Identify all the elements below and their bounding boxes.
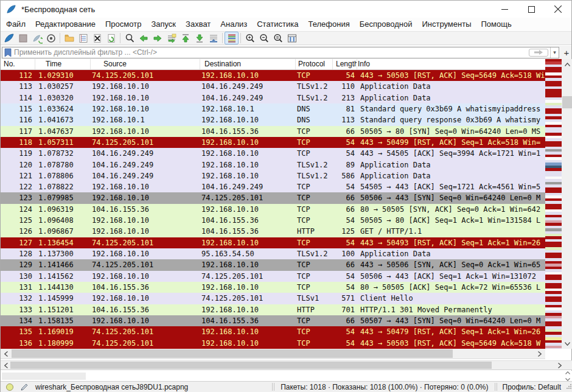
menu-item[interactable]: Статистика [252,18,303,31]
packet-row[interactable]: 112 1.029310 74.125.205.101 192.168.10.1… [1,70,545,81]
packet-info: HTTP/1.1 301 Moved Permanently [357,304,545,315]
menu-item[interactable]: Захват [181,18,215,31]
packet-row[interactable]: 134 1.158135 192.168.10.10 104.16.155.36… [1,315,545,326]
zoom-reset-button[interactable] [271,32,285,44]
tiny-scrollbar[interactable] [564,371,571,381]
menu-item[interactable]: Файл [1,18,30,31]
menu-item[interactable]: Редактирование [30,18,100,31]
vertical-scrollbar[interactable] [562,59,572,349]
profile-selector[interactable]: Профиль: Default [503,383,562,391]
find-packet-button[interactable] [122,32,136,44]
status-separator [495,383,495,391]
menu-item[interactable]: Инструменты [417,18,476,31]
packet-row[interactable]: 119 1.078732 104.16.249.249 192.168.10.1… [1,148,545,159]
filter-bookmark-icon[interactable] [4,48,12,57]
menu-item[interactable]: Телефония [303,18,354,31]
capture-comment-icon[interactable] [20,383,29,391]
packet-row[interactable]: 122 1.078822 192.168.10.10 104.16.249.24… [1,181,545,192]
display-filter-input[interactable] [14,48,529,57]
minimize-button[interactable] [491,1,518,18]
packet-row[interactable]: 128 1.137300 192.168.10.10 95.163.54.50 … [1,248,545,259]
start-capture-button[interactable] [2,32,16,44]
packet-protocol: TCP [296,259,333,270]
horizontal-scroll-thumb[interactable] [12,349,453,358]
menu-item[interactable]: Запуск [146,18,181,31]
reload-file-button[interactable] [104,32,118,44]
colorize-packets-button[interactable] [225,32,239,44]
column-header-protocol[interactable]: Protocol [296,59,333,69]
horizontal-scroll-thumb[interactable] [10,362,492,369]
go-back-button[interactable] [136,32,150,44]
collapsed-bytes-pane [1,371,572,382]
packet-row[interactable]: 133 1.151201 104.16.155.36 192.168.10.10… [1,304,545,315]
save-file-button[interactable] [76,32,90,44]
scroll-left-button[interactable] [1,361,11,369]
filter-dropdown-caret[interactable]: ▾ [550,47,559,58]
scroll-right-button[interactable] [554,361,565,369]
packet-row[interactable]: 130 1.141562 192.168.10.10 74.125.205.10… [1,271,545,282]
column-header-time[interactable]: Time [35,59,91,69]
stop-capture-button[interactable] [16,32,30,44]
apply-filter-button[interactable] [529,49,548,57]
column-header-no[interactable]: No. [1,59,35,69]
packet-length: 54 [333,70,357,81]
packet-row[interactable]: 125 1.096408 192.168.10.10 104.16.155.36… [1,215,545,226]
go-last-packet-button[interactable] [192,32,206,44]
menu-item[interactable]: Помощь [476,18,517,31]
scroll-down-button[interactable] [562,338,572,349]
close-file-button[interactable] [90,32,104,44]
auto-scroll-button[interactable] [206,32,220,44]
packet-row[interactable]: 127 1.136454 74.125.205.101 192.168.10.1… [1,237,545,248]
packet-row[interactable]: 131 1.144130 104.16.155.36 192.168.10.10… [1,282,545,293]
packet-row[interactable]: 124 1.096319 104.16.155.36 192.168.10.10… [1,204,545,215]
packet-protocol: TLSv1.2 [296,81,333,92]
column-header-info[interactable]: Info [357,59,545,69]
open-file-button[interactable] [62,32,76,44]
scroll-left-button[interactable] [1,349,11,359]
packet-protocol: TCP [296,271,333,282]
resize-columns-button[interactable] [285,32,299,44]
packet-source: 192.168.10.10 [91,315,200,326]
maximize-button[interactable] [518,1,545,18]
packet-row[interactable]: 115 1.033624 192.168.10.10 192.168.10.1 … [1,103,545,114]
scroll-up-button[interactable] [562,59,572,69]
vertical-scroll-thumb[interactable] [562,96,572,108]
scroll-right-button[interactable] [534,349,545,359]
menu-item[interactable]: Просмотр [100,18,146,31]
resize-grip-icon[interactable] [566,383,572,391]
bytes-pane-placeholder [2,373,86,380]
column-header-destination[interactable]: Destination [200,59,296,69]
zoom-out-button[interactable] [257,32,271,44]
packet-row[interactable]: 120 1.078780 104.16.249.249 192.168.10.1… [1,159,545,170]
packet-row[interactable]: 126 1.096867 192.168.10.10 104.16.155.36… [1,226,545,237]
packet-row[interactable]: 116 1.041673 192.168.10.1 192.168.10.10 … [1,114,545,125]
column-header-source[interactable]: Source [91,59,200,69]
packet-row[interactable]: 121 1.078806 104.16.249.249 192.168.10.1… [1,170,545,181]
restart-capture-button[interactable] [30,32,44,44]
add-filter-button[interactable]: + [562,47,571,58]
menu-item[interactable]: Беспроводной [355,18,417,31]
close-button[interactable] [545,1,571,18]
packet-list-hscrollbar[interactable] [1,349,545,359]
packet-row[interactable]: 113 1.030257 192.168.10.10 104.16.249.24… [1,81,545,92]
expert-info-icon[interactable] [6,383,13,391]
go-to-packet-button[interactable] [164,32,178,44]
packet-row[interactable]: 132 1.145999 192.168.10.10 74.125.205.10… [1,293,545,304]
lower-pane-hscrollbar[interactable] [1,360,572,370]
go-forward-button[interactable] [150,32,164,44]
packet-row[interactable]: 118 1.057311 74.125.205.101 192.168.10.1… [1,137,545,148]
go-first-packet-button[interactable] [178,32,192,44]
column-header-length[interactable]: Length [333,59,357,69]
capture-options-button[interactable] [44,32,58,44]
packet-length: 54 [333,148,357,159]
zoom-in-button[interactable] [243,32,257,44]
packet-row[interactable]: 123 1.079985 192.168.10.10 74.125.205.10… [1,192,545,203]
menu-item[interactable]: Анализ [215,18,252,31]
packet-row[interactable]: 117 1.047637 192.168.10.10 104.16.155.36… [1,126,545,137]
stop-square-icon [18,33,29,44]
packet-minimap[interactable] [545,59,562,349]
packet-row[interactable]: 135 1.169019 74.125.205.101 192.168.10.1… [1,326,545,337]
packet-row[interactable]: 136 1.180999 74.125.205.101 192.168.10.1… [1,338,545,349]
packet-row[interactable]: 114 1.030320 192.168.10.10 104.16.249.24… [1,93,545,103]
packet-row[interactable]: 129 1.141466 74.125.205.101 192.168.10.1… [1,259,545,270]
